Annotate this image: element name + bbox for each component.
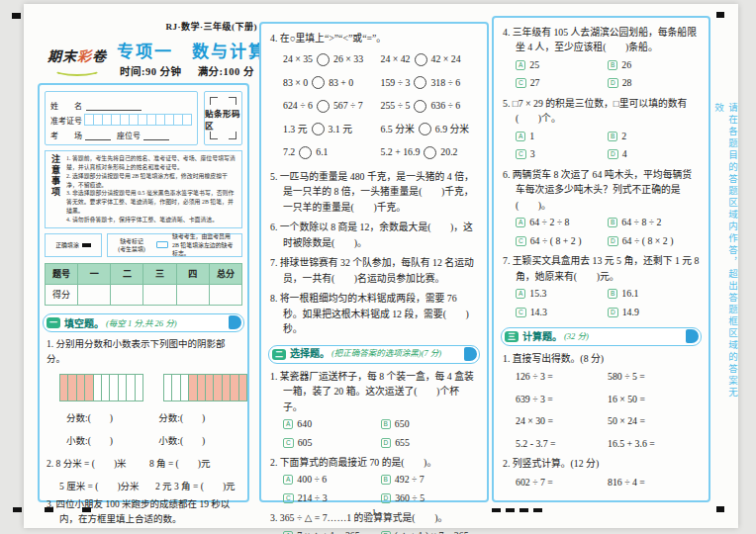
fill-q2-item: 5 厘米 = ( )分米 <box>59 479 155 492</box>
corner-bracket-icon <box>229 97 236 105</box>
exam-meta-line: 时间:90 分钟满分:100 分 <box>120 63 270 78</box>
compare-circle-icon <box>419 123 431 135</box>
notice-item: 2. 选择题部分请按题号用 2B 铅笔填涂方框，修改时用橡皮擦干净，不留痕迹。 <box>66 172 237 190</box>
corner-bracket-icon <box>229 132 236 139</box>
absent-mark-label: 缺考标记 <box>111 237 152 245</box>
page-number: - 1 - <box>348 507 400 517</box>
calc-1-title: 1. 直接写出得数。(8 分) <box>503 351 700 366</box>
section-1-header: 一 填空题。 (每空 1 分,共 26 分) <box>43 313 244 332</box>
registration-mark <box>12 13 21 19</box>
fill-q2-item: 8 角 = ( )元 <box>149 456 240 470</box>
score-header-cell: 一 <box>78 263 111 284</box>
fill-q2-item: 2 元 3 角 = ( )元 <box>155 479 240 492</box>
option-a: A7 × △ + 1 = 365 <box>283 528 381 534</box>
choice-4-options: A25 B26 C27 D28 <box>503 57 700 91</box>
compare-circle-icon <box>424 146 436 159</box>
right-column: 4. 三年级有 105 人去湖滨公园划船，每条船限坐 4 人，至少应该租( )条… <box>492 16 710 502</box>
fill-q4-title: 4. 在○里填上“>”“<”或“=”。 <box>270 31 478 45</box>
fill-q8-text: 8. 将一根粗细均匀的木料锯成两段，需要 76 秒。如果把这根木料锯成 12 段… <box>270 291 478 336</box>
calc-item: 602 ÷ 7 = <box>516 475 608 490</box>
choice-3-options: A7 × △ + 1 = 365 B( △ + 1 ) × 7 = 365 C(… <box>270 528 478 534</box>
student-info-box: 姓 名 准考证号 考 场 座位号 <box>45 91 198 145</box>
option-b: B( △ + 1 ) × 7 = 365 <box>381 528 479 534</box>
notice-item: 3. 非选择题部分请按题号用 0.5 毫米黑色墨水签字笔书写，否则作答无效。要求… <box>66 189 237 216</box>
option-c: C14.3 <box>516 305 608 319</box>
section-3-header: 三 计算题。 (32 分) <box>501 327 702 346</box>
notice-title: 注意事项 <box>49 154 62 224</box>
score-header-cell: 题号 <box>46 263 78 284</box>
name-field <box>86 100 142 111</box>
calc-item: 5.2 - 3.7 = <box>516 436 608 451</box>
option-a: A640 <box>283 416 381 431</box>
option-c: C214 ÷ 3 <box>283 490 381 505</box>
choice-5-options: A1 B2 C3 D4 <box>503 129 700 162</box>
time-limit: 时间:90 分钟 <box>120 66 182 77</box>
compare-circle-icon <box>317 100 330 113</box>
room-field <box>85 130 111 140</box>
section-tab-icon <box>229 315 241 329</box>
margin-instruction: 请在各题目的答题区域内作答，超出答题框区域的答案无效 <box>711 103 739 409</box>
section-2-title: 选择题。 <box>290 346 330 362</box>
calc-item: 16 × 50 = <box>608 392 700 406</box>
section-tab-icon <box>686 329 699 343</box>
logo-text-colored: 彩 <box>77 49 92 64</box>
option-c: C64 ÷ ( 8 + 2 ) <box>516 233 608 248</box>
option-c: C605 <box>283 435 381 450</box>
option-b: B492 ÷ 7 <box>381 472 479 487</box>
compare-pair: 5.2 + 16.920.2 <box>381 140 479 164</box>
logo-text-part: 卷 <box>92 49 107 64</box>
barcode-label: 贴条形码区 <box>205 107 241 131</box>
calc-item: 816 ÷ 4 = <box>608 475 700 490</box>
seat-label: 座位号 <box>117 130 141 140</box>
registration-mark <box>716 12 724 18</box>
option-b: B2 <box>608 129 700 143</box>
calc-item: 639 ÷ 3 = <box>516 392 608 406</box>
compare-pair: 255 ÷ 5636 ÷ 6 <box>381 94 479 118</box>
option-b: B16.1 <box>608 286 700 301</box>
notice-item: 4. 请勿折叠答题卡，保持字体工整、笔迹清晰、卡面清洁。 <box>66 216 237 224</box>
score-header-cell: 四 <box>176 263 209 284</box>
score-cell <box>111 284 143 305</box>
score-header-cell: 总分 <box>209 263 241 284</box>
option-b: B26 <box>608 57 700 72</box>
score-row-label: 得分 <box>46 284 78 305</box>
corner-bracket-icon <box>210 97 218 105</box>
compare-pair: 83 × 083 + 0 <box>283 71 381 95</box>
fraction-bar-left <box>59 374 143 401</box>
empty-square-icon <box>156 241 168 248</box>
calc-item: 126 ÷ 3 = <box>516 369 608 384</box>
marking-legend: 正确填涂 缺考标记 (考生禁填) 缺考考生，由监考员用 2B 铅笔填涂左边的缺考… <box>45 233 242 257</box>
choice-4-text: 4. 三年级有 105 人去湖滨公园划船，每条船限坐 4 人，至少应该租( )条… <box>503 25 700 55</box>
registration-mark <box>13 507 22 512</box>
choice-6-text: 6. 两辆货车 8 次运了 64 吨木头，平均每辆货车每次运多少吨木头？列式不正… <box>503 167 700 213</box>
registration-mark <box>716 506 724 512</box>
choice-2-options: A400 ÷ 6 B492 ÷ 7 C214 ÷ 3 D360 ÷ 5 <box>270 472 478 505</box>
registration-mark <box>533 508 542 512</box>
compare-circle-icon <box>312 123 325 135</box>
fill-q3-text: 3. 四位小朋友 100 米跑步的成绩都在 19 秒以内，在方框里填上合适的数。 <box>47 497 240 527</box>
left-column: 姓 名 准考证号 考 场 座位号 贴条形码 <box>38 83 249 502</box>
fill-q5-text: 5. 一匹马的重量是 480 千克，是一头猪的 4 倍，是一只羊的 8 倍，一头… <box>270 169 478 215</box>
compare-circle-icon <box>317 53 330 66</box>
absent-mark-sublabel: (考生禁填) <box>111 245 152 253</box>
room-label: 考 场 <box>50 130 82 140</box>
section-tab-icon <box>464 347 477 361</box>
option-b: B64 ÷ 8 ÷ 2 <box>608 215 700 229</box>
choice-1-options: A640 B650 C605 D655 <box>270 416 478 450</box>
option-d: D360 ÷ 5 <box>381 490 479 505</box>
decimal-blank: 小数:( ) <box>158 433 240 447</box>
compare-pair: 159 ÷ 3318 ÷ 6 <box>381 71 479 95</box>
exam-paper-page: RJ·数学·三年级(下册) 期末彩卷 专项一 数与计算 时间:90 分钟满分:1… <box>0 0 756 534</box>
brand-logo: 期末彩卷 <box>36 45 119 76</box>
option-d: D655 <box>381 435 479 450</box>
calc-item: 24 × 30 = <box>516 413 608 428</box>
filled-square-icon <box>82 243 91 247</box>
fraction-blank: 分数:( ) <box>158 410 240 424</box>
compare-pair: 1.3 元3.1 元 <box>283 118 381 141</box>
corner-bracket-icon <box>210 132 218 139</box>
score-cell <box>176 284 209 305</box>
registration-mark <box>492 508 501 512</box>
notice-item: 1. 答题前，考生先将自己的姓名、准考证号、考场、座位号填写清楚，并认真核对条形… <box>66 154 237 172</box>
option-a: A400 ÷ 6 <box>283 472 381 487</box>
middle-column: 4. 在○里填上“>”“<”或“=”。 24 × 3526 × 33 24 × … <box>259 22 489 502</box>
